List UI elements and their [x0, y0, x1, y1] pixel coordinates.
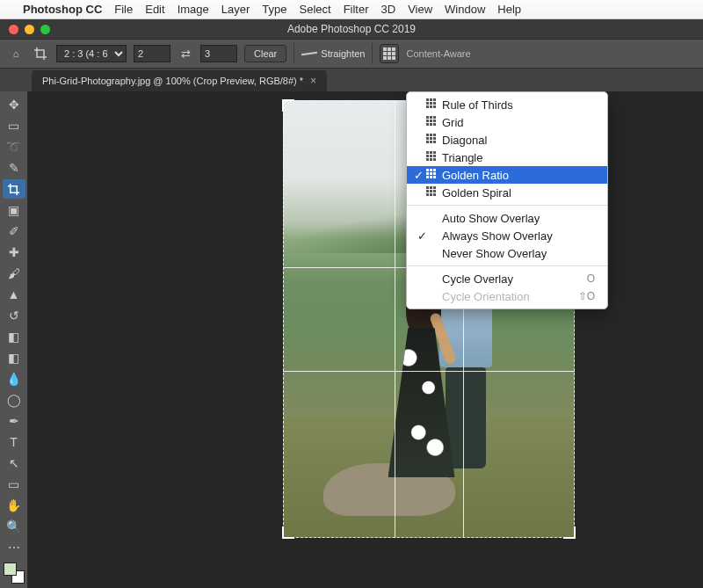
clear-button[interactable]: Clear [244, 45, 286, 62]
ratio-height-input[interactable] [200, 45, 237, 62]
pen-tool[interactable]: ✒ [3, 411, 25, 431]
divider [372, 43, 373, 64]
swap-dimensions-icon[interactable] [178, 47, 193, 61]
eraser-tool[interactable]: ◧ [3, 327, 25, 346]
menu-item-label: Grid [442, 116, 464, 129]
menu-item-golden-ratio[interactable]: ✓Golden Ratio [407, 166, 607, 184]
app-window: Adobe Photoshop CC 2019 ⌂ 2 : 3 (4 : 6) … [0, 19, 703, 588]
menu-image[interactable]: Image [178, 3, 209, 16]
menu-item-auto-show-overlay[interactable]: Auto Show Overlay [407, 209, 607, 227]
tools-panel: ✥▭➰✎▣✐✚🖌▲↺◧◧💧◯✒T↖▭✋🔍⋯ [0, 91, 28, 588]
history-brush-tool[interactable]: ↺ [3, 306, 25, 325]
blur-tool[interactable]: 💧 [3, 369, 25, 388]
clone-stamp-tool[interactable]: ▲ [3, 285, 25, 304]
menu-item-label: Triangle [442, 151, 482, 164]
window-minimize-button[interactable] [25, 25, 34, 34]
straighten-label: Straighten [321, 48, 365, 59]
rectangle-tool[interactable]: ▭ [3, 475, 25, 494]
home-button[interactable]: ⌂ [7, 45, 25, 62]
menu-item-shortcut: ⇧O [578, 290, 595, 302]
menu-edit[interactable]: Edit [145, 3, 164, 16]
hand-tool[interactable]: ✋ [3, 496, 25, 515]
frame-tool[interactable]: ▣ [3, 200, 25, 220]
menu-item-grid[interactable]: Grid [407, 113, 607, 131]
menu-item-never-show-overlay[interactable]: Never Show Overlay [407, 244, 607, 262]
content-aware-label: Content-Aware [406, 48, 470, 59]
marquee-tool[interactable]: ▭ [3, 116, 25, 135]
menu-item-label: Golden Spiral [442, 186, 511, 200]
zoom-tool[interactable]: 🔍 [3, 517, 25, 536]
crop-handle-top-left[interactable] [282, 99, 294, 112]
crop-handle-bottom-right[interactable] [563, 526, 576, 539]
menu-file[interactable]: File [114, 3, 133, 16]
healing-tool[interactable]: ✚ [3, 243, 25, 262]
crop-tool[interactable] [3, 179, 25, 199]
window-title: Adobe Photoshop CC 2019 [0, 23, 703, 35]
quick-select-tool[interactable]: ✎ [3, 158, 25, 178]
menu-item-diagonal[interactable]: Diagonal [407, 131, 607, 149]
straighten-icon [301, 48, 317, 59]
menu-window[interactable]: Window [445, 3, 485, 16]
document-tab[interactable]: Phi-Grid-Photography.jpg @ 100% (Crop Pr… [32, 70, 327, 91]
menu-view[interactable]: View [408, 3, 432, 16]
menu-help[interactable]: Help [497, 3, 521, 16]
window-zoom-button[interactable] [40, 25, 50, 34]
canvas[interactable]: Rule of ThirdsGridDiagonalTriangle✓Golde… [28, 91, 703, 588]
brush-tool[interactable]: 🖌 [3, 264, 25, 283]
window-close-button[interactable] [9, 25, 18, 34]
menu-item-label: Rule of Thirds [442, 98, 513, 112]
divider [294, 43, 294, 64]
type-tool[interactable]: T [3, 432, 25, 452]
crop-handle-bottom-left[interactable] [282, 526, 294, 539]
color-swatches[interactable] [4, 563, 25, 584]
menu-item-shortcut: O [587, 272, 595, 285]
edit-toolbar[interactable]: ⋯ [3, 538, 25, 557]
menu-item-triangle[interactable]: Triangle [407, 149, 607, 166]
menu-item-label: Never Show Overlay [442, 247, 547, 260]
overlay-options-menu: Rule of ThirdsGridDiagonalTriangle✓Golde… [406, 91, 608, 309]
menu-item-always-show-overlay[interactable]: ✓Always Show Overlay [407, 227, 607, 244]
path-select-tool[interactable]: ↖ [3, 454, 25, 473]
menu-item-cycle-orientation: Cycle Orientation⇧O [407, 287, 607, 305]
menu-item-cycle-overlay[interactable]: Cycle OverlayO [407, 270, 607, 287]
menu-item-label: Golden Ratio [442, 169, 509, 182]
mac-menubar: Photoshop CC File Edit Image Layer Type … [0, 0, 703, 19]
app-menu[interactable]: Photoshop CC [23, 3, 102, 16]
options-bar: ⌂ 2 : 3 (4 : 6) Clear Straighten Content… [0, 39, 703, 69]
menu-select[interactable]: Select [299, 3, 330, 16]
check-icon: ✓ [412, 169, 424, 182]
overlay-options-button[interactable] [380, 44, 399, 63]
menu-item-label: Diagonal [442, 134, 487, 147]
document-tab-label: Phi-Grid-Photography.jpg @ 100% (Crop Pr… [42, 76, 303, 86]
menu-filter[interactable]: Filter [344, 3, 369, 16]
dodge-tool[interactable]: ◯ [3, 390, 25, 410]
move-tool[interactable]: ✥ [3, 95, 25, 114]
ratio-width-input[interactable] [134, 45, 170, 62]
menu-item-label: Cycle Overlay [442, 272, 513, 286]
crop-tool-preset-icon[interactable] [32, 45, 49, 62]
menu-type[interactable]: Type [262, 3, 286, 16]
menu-item-label: Auto Show Overlay [442, 212, 540, 225]
grid-icon [383, 47, 395, 60]
gradient-tool[interactable]: ◧ [3, 348, 25, 367]
eyedropper-tool[interactable]: ✐ [3, 221, 25, 241]
document-tab-bar: Phi-Grid-Photography.jpg @ 100% (Crop Pr… [0, 69, 703, 91]
menu-3d[interactable]: 3D [381, 3, 396, 16]
close-tab-icon[interactable]: × [310, 75, 316, 87]
aspect-ratio-select[interactable]: 2 : 3 (4 : 6) [56, 45, 127, 62]
menu-item-rule-of-thirds[interactable]: Rule of Thirds [407, 96, 607, 113]
check-icon: ✓ [416, 229, 428, 243]
foreground-color-swatch[interactable] [4, 563, 17, 576]
workspace: ✥▭➰✎▣✐✚🖌▲↺◧◧💧◯✒T↖▭✋🔍⋯ [0, 91, 703, 588]
menu-item-label: Always Show Overlay [442, 229, 553, 243]
menu-layer[interactable]: Layer [221, 3, 250, 16]
straighten-button[interactable]: Straighten [301, 48, 365, 59]
lasso-tool[interactable]: ➰ [3, 137, 25, 156]
menu-item-golden-spiral[interactable]: Golden Spiral [407, 184, 607, 201]
titlebar: Adobe Photoshop CC 2019 [0, 19, 703, 39]
menu-item-label: Cycle Orientation [442, 290, 530, 303]
